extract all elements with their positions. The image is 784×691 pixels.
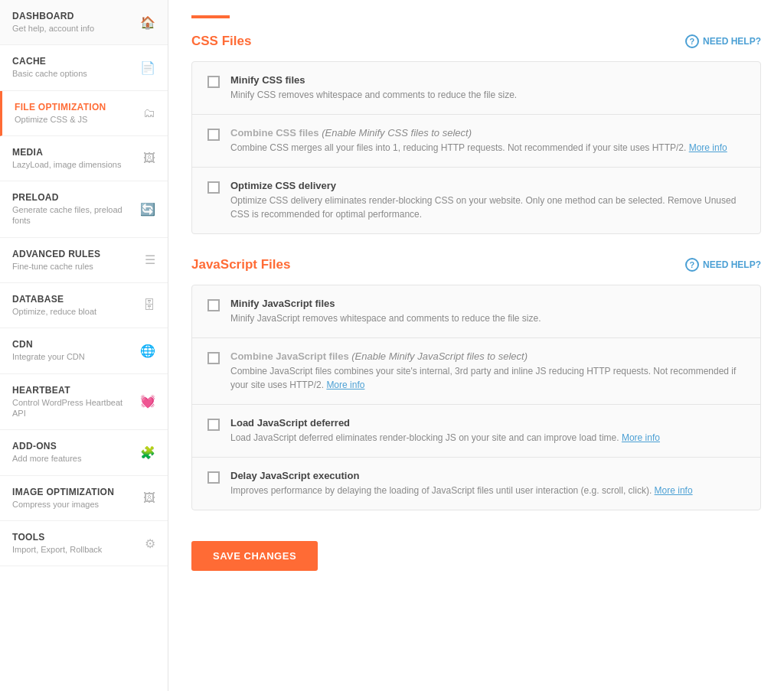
sidebar-item-subtitle-dashboard: Get help, account info xyxy=(12,23,134,34)
sidebar-item-text-preload: PRELOAD Generate cache files, preload fo… xyxy=(12,192,134,227)
option-link-combine-js[interactable]: More info xyxy=(326,380,364,390)
sidebar-item-text-database: DATABASE Optimize, reduce bloat xyxy=(12,294,137,317)
css-section: CSS Files ? NEED HELP? Minify CSS files … xyxy=(191,34,761,234)
sidebar-icon-advanced-rules: ☰ xyxy=(145,253,155,267)
sidebar-item-dashboard[interactable]: DASHBOARD Get help, account info 🏠 xyxy=(0,0,168,45)
option-row-combine-css: Combine CSS files (Enable Minify CSS fil… xyxy=(192,115,760,168)
sidebar-icon-heartbeat: 💓 xyxy=(140,394,155,409)
option-desc-optimize-css-delivery: Optimize CSS delivery eliminates render-… xyxy=(230,194,745,221)
option-checkbox-optimize-css-delivery[interactable] xyxy=(207,181,220,194)
sidebar-item-text-advanced-rules: ADVANCED RULES Fine-tune cache rules xyxy=(12,249,139,272)
option-row-minify-css: Minify CSS files Minify CSS removes whit… xyxy=(192,62,760,115)
main-content: CSS Files ? NEED HELP? Minify CSS files … xyxy=(168,0,784,691)
sidebar-item-heartbeat[interactable]: HEARTBEAT Control WordPress Heartbeat AP… xyxy=(0,374,168,431)
sidebar-icon-cdn: 🌐 xyxy=(140,344,155,358)
css-need-help-icon: ? xyxy=(685,34,699,48)
option-title-optimize-css-delivery: Optimize CSS delivery xyxy=(230,180,745,191)
sidebar-item-subtitle-media: LazyLoad, image dimensions xyxy=(12,159,137,170)
sidebar-item-title-tools: TOOLS xyxy=(12,532,139,543)
option-link-load-js-deferred[interactable]: More info xyxy=(622,432,660,443)
sidebar-item-text-cache: CACHE Basic cache options xyxy=(12,56,134,79)
sidebar-item-cache[interactable]: CACHE Basic cache options 📄 xyxy=(0,45,168,90)
option-title-load-js-deferred: Load JavaScript deferred xyxy=(230,417,745,429)
option-title-combine-js: Combine JavaScript files (Enable Minify … xyxy=(230,350,745,362)
sidebar-item-title-advanced-rules: ADVANCED RULES xyxy=(12,249,139,259)
sidebar-item-title-preload: PRELOAD xyxy=(12,192,134,203)
option-title-minify-css: Minify CSS files xyxy=(230,74,745,86)
sidebar-item-subtitle-preload: Generate cache files, preload fonts xyxy=(12,204,134,227)
option-desc-minify-js: Minify JavaScript removes whitespace and… xyxy=(230,311,745,325)
option-checkbox-minify-css[interactable] xyxy=(207,76,220,88)
sidebar-item-file-optimization[interactable]: FILE OPTIMIZATION Optimize CSS & JS 🗂 xyxy=(0,91,168,136)
option-content-combine-css: Combine CSS files (Enable Minify CSS fil… xyxy=(230,127,745,155)
sidebar-item-subtitle-cdn: Integrate your CDN xyxy=(12,351,134,362)
option-checkbox-load-js-deferred[interactable] xyxy=(207,419,220,431)
css-need-help-link[interactable]: ? NEED HELP? xyxy=(685,34,761,48)
option-title-combine-css: Combine CSS files (Enable Minify CSS fil… xyxy=(230,127,745,139)
option-checkbox-minify-js[interactable] xyxy=(207,299,220,311)
sidebar-icon-cache: 📄 xyxy=(140,60,155,75)
sidebar-item-title-media: MEDIA xyxy=(12,147,137,158)
sidebar-icon-preload: 🔄 xyxy=(140,202,155,217)
sidebar-item-title-file-optimization: FILE OPTIMIZATION xyxy=(15,102,137,112)
sidebar-item-tools[interactable]: TOOLS Import, Export, Rollback ⚙ xyxy=(0,521,168,566)
option-desc-combine-css: Combine CSS merges all your files into 1… xyxy=(230,141,745,155)
option-link-delay-js[interactable]: More info xyxy=(655,485,693,496)
option-link-combine-css[interactable]: More info xyxy=(689,142,727,153)
top-bar xyxy=(191,15,230,18)
sidebar-item-media[interactable]: MEDIA LazyLoad, image dimensions 🖼 xyxy=(0,136,168,181)
sidebar-item-image-optimization[interactable]: IMAGE OPTIMIZATION Compress your images … xyxy=(0,476,168,521)
css-options-box: Minify CSS files Minify CSS removes whit… xyxy=(191,61,761,234)
sidebar-item-text-file-optimization: FILE OPTIMIZATION Optimize CSS & JS xyxy=(15,102,137,125)
sidebar-item-subtitle-add-ons: Add more features xyxy=(12,453,134,464)
option-content-delay-js: Delay JavaScript execution Improves perf… xyxy=(230,470,745,497)
sidebar-item-text-tools: TOOLS Import, Export, Rollback xyxy=(12,532,139,555)
sidebar-item-title-database: DATABASE xyxy=(12,294,137,305)
option-content-minify-js: Minify JavaScript files Minify JavaScrip… xyxy=(230,298,745,325)
sidebar-item-text-media: MEDIA LazyLoad, image dimensions xyxy=(12,147,137,170)
option-row-delay-js: Delay JavaScript execution Improves perf… xyxy=(192,458,760,510)
option-content-optimize-css-delivery: Optimize CSS delivery Optimize CSS deliv… xyxy=(230,180,745,221)
sidebar-icon-database: 🗄 xyxy=(143,298,155,312)
sidebar-icon-file-optimization: 🗂 xyxy=(143,106,155,120)
option-checkbox-combine-css[interactable] xyxy=(207,129,220,141)
option-title-delay-js: Delay JavaScript execution xyxy=(230,470,745,481)
option-checkbox-combine-js[interactable] xyxy=(207,352,220,364)
sidebar-item-title-cdn: CDN xyxy=(12,339,134,350)
js-need-help-label: NEED HELP? xyxy=(703,259,761,270)
sidebar-item-preload[interactable]: PRELOAD Generate cache files, preload fo… xyxy=(0,181,168,238)
sidebar-item-text-heartbeat: HEARTBEAT Control WordPress Heartbeat AP… xyxy=(12,385,134,419)
sidebar-icon-tools: ⚙ xyxy=(145,536,155,551)
sidebar-item-cdn[interactable]: CDN Integrate your CDN 🌐 xyxy=(0,328,168,373)
js-section-header: JavaScript Files ? NEED HELP? xyxy=(191,257,761,272)
css-need-help-label: NEED HELP? xyxy=(703,36,761,47)
option-content-load-js-deferred: Load JavaScript deferred Load JavaScript… xyxy=(230,417,745,445)
sidebar-item-title-image-optimization: IMAGE OPTIMIZATION xyxy=(12,487,137,497)
sidebar-item-subtitle-tools: Import, Export, Rollback xyxy=(12,544,139,555)
option-row-minify-js: Minify JavaScript files Minify JavaScrip… xyxy=(192,285,760,338)
save-changes-button[interactable]: SAVE CHANGES xyxy=(191,541,318,571)
sidebar-item-subtitle-database: Optimize, reduce bloat xyxy=(12,306,137,317)
js-options-box: Minify JavaScript files Minify JavaScrip… xyxy=(191,285,761,510)
option-desc-load-js-deferred: Load JavaScript deferred eliminates rend… xyxy=(230,431,745,445)
sidebar-item-advanced-rules[interactable]: ADVANCED RULES Fine-tune cache rules ☰ xyxy=(0,238,168,283)
option-desc-combine-js: Combine JavaScript files combines your s… xyxy=(230,364,745,392)
sidebar-item-title-add-ons: ADD-ONS xyxy=(12,441,134,451)
option-checkbox-delay-js[interactable] xyxy=(207,471,220,484)
js-section-title: JavaScript Files xyxy=(191,257,290,272)
sidebar-icon-image-optimization: 🖼 xyxy=(143,491,155,505)
option-row-load-js-deferred: Load JavaScript deferred Load JavaScript… xyxy=(192,405,760,458)
sidebar-item-database[interactable]: DATABASE Optimize, reduce bloat 🗄 xyxy=(0,283,168,328)
sidebar: DASHBOARD Get help, account info 🏠 CACHE… xyxy=(0,0,168,691)
js-section: JavaScript Files ? NEED HELP? Minify Jav… xyxy=(191,257,761,510)
sidebar-item-text-dashboard: DASHBOARD Get help, account info xyxy=(12,11,134,34)
option-desc-minify-css: Minify CSS removes whitespace and commen… xyxy=(230,88,745,102)
option-content-combine-js: Combine JavaScript files (Enable Minify … xyxy=(230,350,745,392)
sidebar-item-title-heartbeat: HEARTBEAT xyxy=(12,385,134,396)
option-title-minify-js: Minify JavaScript files xyxy=(230,298,745,309)
js-need-help-link[interactable]: ? NEED HELP? xyxy=(685,258,761,272)
sidebar-icon-dashboard: 🏠 xyxy=(140,15,155,30)
sidebar-item-text-image-optimization: IMAGE OPTIMIZATION Compress your images xyxy=(12,487,137,510)
sidebar-item-subtitle-advanced-rules: Fine-tune cache rules xyxy=(12,261,139,272)
sidebar-item-add-ons[interactable]: ADD-ONS Add more features 🧩 xyxy=(0,430,168,475)
